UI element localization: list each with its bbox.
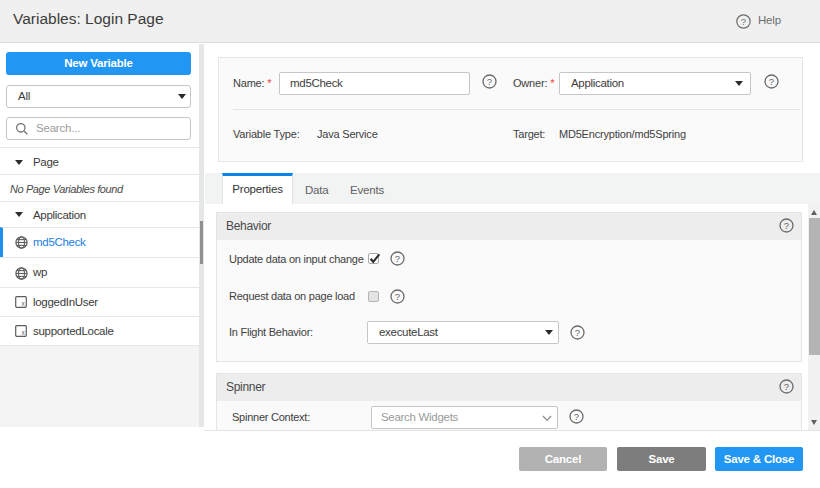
svg-text:?: ? — [768, 76, 773, 87]
svg-text:?: ? — [575, 327, 580, 338]
svg-text:?: ? — [487, 76, 492, 87]
svg-text:?: ? — [784, 381, 789, 392]
svg-text:?: ? — [395, 253, 400, 264]
svg-text:?: ? — [741, 16, 746, 27]
svg-text:x: x — [22, 329, 26, 336]
svg-text:?: ? — [395, 291, 400, 302]
svg-text:?: ? — [574, 411, 579, 422]
svg-text:?: ? — [784, 220, 789, 231]
svg-text:x: x — [22, 300, 26, 307]
